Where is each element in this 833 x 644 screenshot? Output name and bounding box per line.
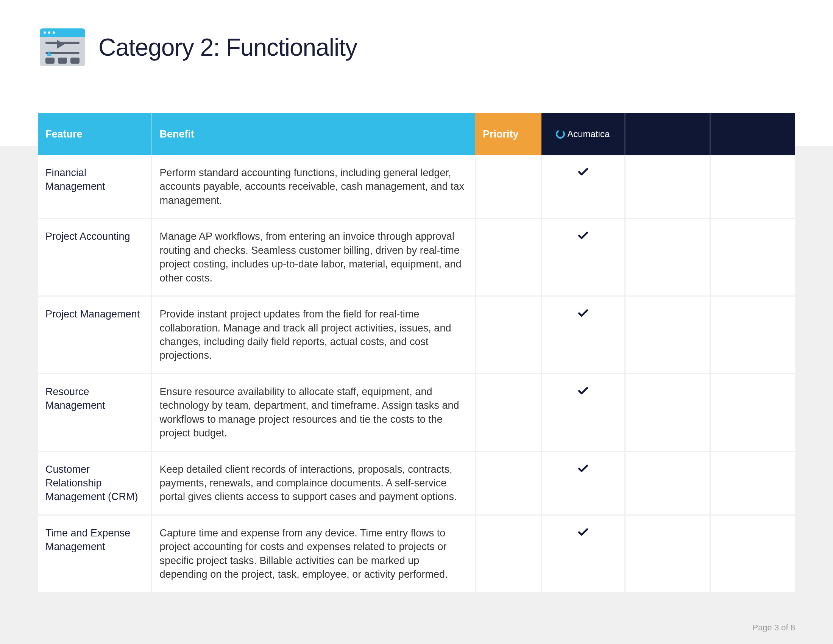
comparison-table: Feature Benefit Priority Acumatica Finan… [38, 113, 795, 593]
header-priority: Priority [475, 113, 542, 155]
check-icon [577, 230, 589, 242]
svg-rect-11 [71, 58, 79, 64]
cell-vendor-acumatica [542, 296, 625, 374]
cell-vendor-3 [710, 155, 795, 219]
cell-vendor-2 [625, 374, 710, 451]
cell-priority [475, 374, 542, 451]
cell-feature: Customer Relationship Management (CRM) [38, 451, 151, 515]
cell-vendor-acumatica [542, 451, 625, 515]
header-vendor-2 [625, 113, 710, 155]
comparison-table-container: Feature Benefit Priority Acumatica Finan… [38, 113, 795, 593]
cell-feature: Time and Expense Management [38, 515, 151, 592]
table-row: Financial ManagementPerform standard acc… [38, 155, 795, 219]
cell-benefit: Capture time and expense from any device… [151, 515, 475, 592]
cell-feature: Resource Management [38, 374, 151, 451]
cell-vendor-3 [710, 219, 795, 296]
cell-benefit: Provide instant project updates from the… [151, 296, 475, 374]
check-icon [577, 385, 589, 397]
header-benefit: Benefit [151, 113, 475, 155]
table-row: Project ManagementProvide instant projec… [38, 296, 795, 374]
cell-benefit: Manage AP workflows, from entering an in… [151, 219, 475, 296]
cell-vendor-3 [710, 451, 795, 515]
check-icon [577, 307, 589, 319]
cell-vendor-2 [625, 296, 710, 374]
page-header: Category 2: Functionality [38, 27, 795, 68]
vendor-label: Acumatica [567, 129, 609, 139]
cell-vendor-acumatica [542, 374, 625, 451]
cell-vendor-3 [710, 374, 795, 451]
table-header-row: Feature Benefit Priority Acumatica [38, 113, 795, 155]
cell-vendor-acumatica [542, 155, 625, 219]
cell-priority [475, 296, 542, 374]
cell-priority [475, 219, 542, 296]
header-vendor-acumatica: Acumatica [542, 113, 625, 155]
table-row: Time and Expense ManagementCapture time … [38, 515, 795, 592]
check-icon [577, 526, 589, 538]
cell-benefit: Ensure resource availability to allocate… [151, 374, 475, 451]
svg-rect-9 [45, 58, 55, 64]
svg-point-3 [43, 31, 46, 34]
cell-benefit: Perform standard accounting functions, i… [151, 155, 475, 219]
header-vendor-3 [710, 113, 795, 155]
cell-vendor-3 [710, 296, 795, 374]
page-title: Category 2: Functionality [98, 33, 357, 61]
cell-feature: Project Accounting [38, 219, 151, 296]
cell-vendor-2 [625, 155, 710, 219]
acumatica-logo-icon [556, 130, 565, 138]
cell-vendor-2 [625, 451, 710, 515]
svg-point-12 [556, 130, 565, 138]
table-row: Project AccountingManage AP workflows, f… [38, 219, 795, 296]
cell-feature: Project Management [38, 296, 151, 374]
svg-rect-10 [58, 58, 67, 64]
table-row: Resource ManagementEnsure resource avail… [38, 374, 795, 451]
cell-priority [475, 451, 542, 515]
cell-benefit: Keep detailed client records of interact… [151, 451, 475, 515]
cell-vendor-acumatica [542, 219, 625, 296]
check-icon [577, 462, 589, 475]
cell-priority [475, 155, 542, 219]
category-icon [38, 27, 87, 68]
table-row: Customer Relationship Management (CRM)Ke… [38, 451, 795, 515]
svg-point-4 [48, 31, 50, 34]
check-icon [577, 166, 589, 178]
svg-point-5 [53, 31, 55, 34]
cell-vendor-acumatica [542, 515, 625, 592]
cell-vendor-2 [625, 515, 710, 592]
cell-vendor-2 [625, 219, 710, 296]
svg-rect-2 [40, 34, 85, 37]
cell-priority [475, 515, 542, 592]
header-feature: Feature [38, 113, 151, 155]
cell-feature: Financial Management [38, 155, 151, 219]
page-footer: Page 3 of 8 [753, 623, 795, 633]
cell-vendor-3 [710, 515, 795, 592]
